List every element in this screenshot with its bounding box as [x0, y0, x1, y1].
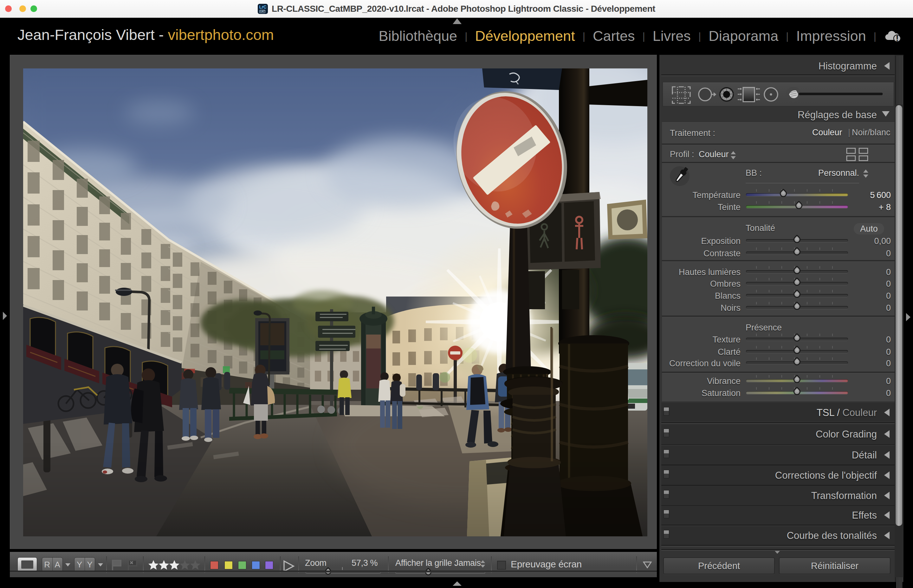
svg-text:!: !	[896, 34, 899, 42]
